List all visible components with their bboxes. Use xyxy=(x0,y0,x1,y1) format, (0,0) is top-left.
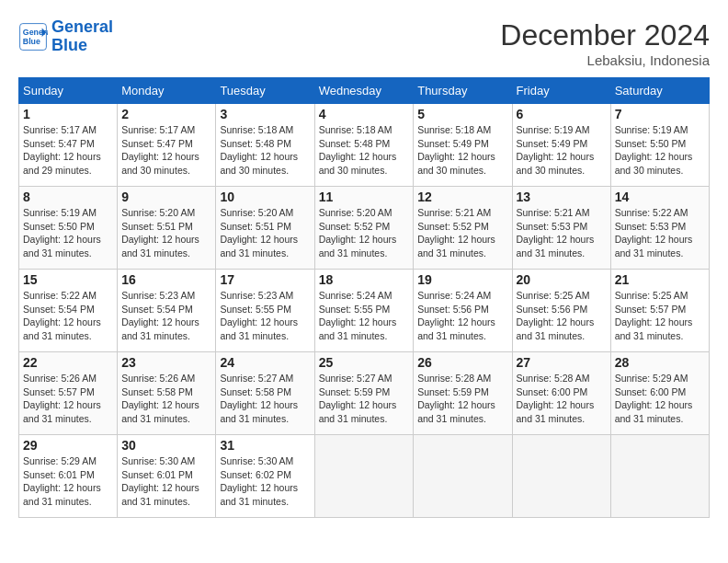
day-info: Sunrise: 5:23 AM Sunset: 5:55 PM Dayligh… xyxy=(220,289,310,343)
logo-text: General Blue xyxy=(51,18,113,55)
page-header: General Blue General Blue December 2024 … xyxy=(18,18,710,68)
calendar-cell: 4Sunrise: 5:18 AM Sunset: 5:48 PM Daylig… xyxy=(314,104,414,187)
day-header-wednesday: Wednesday xyxy=(314,78,414,104)
day-info: Sunrise: 5:21 AM Sunset: 5:52 PM Dayligh… xyxy=(417,206,507,260)
day-number: 22 xyxy=(23,355,113,370)
calendar-cell: 2Sunrise: 5:17 AM Sunset: 5:47 PM Daylig… xyxy=(118,104,216,187)
day-number: 20 xyxy=(517,272,607,287)
calendar-cell: 5Sunrise: 5:18 AM Sunset: 5:49 PM Daylig… xyxy=(414,104,512,187)
day-info: Sunrise: 5:30 AM Sunset: 6:02 PM Dayligh… xyxy=(220,454,310,509)
calendar-cell: 26Sunrise: 5:28 AM Sunset: 5:59 PM Dayli… xyxy=(414,352,512,435)
month-title: December 2024 xyxy=(500,18,710,52)
day-info: Sunrise: 5:18 AM Sunset: 5:48 PM Dayligh… xyxy=(220,123,310,178)
day-number: 25 xyxy=(319,355,410,370)
calendar: SundayMondayTuesdayWednesdayThursdayFrid… xyxy=(18,77,710,518)
day-info: Sunrise: 5:26 AM Sunset: 5:58 PM Dayligh… xyxy=(121,372,211,426)
day-info: Sunrise: 5:27 AM Sunset: 5:58 PM Dayligh… xyxy=(220,372,310,426)
day-number: 24 xyxy=(220,355,310,370)
day-number: 27 xyxy=(517,355,607,370)
day-info: Sunrise: 5:17 AM Sunset: 5:47 PM Dayligh… xyxy=(23,123,113,178)
day-info: Sunrise: 5:27 AM Sunset: 5:59 PM Dayligh… xyxy=(319,372,410,426)
calendar-cell: 28Sunrise: 5:29 AM Sunset: 6:00 PM Dayli… xyxy=(610,352,709,435)
day-info: Sunrise: 5:26 AM Sunset: 5:57 PM Dayligh… xyxy=(23,372,113,426)
calendar-cell: 11Sunrise: 5:20 AM Sunset: 5:52 PM Dayli… xyxy=(314,187,414,270)
calendar-cell: 6Sunrise: 5:19 AM Sunset: 5:49 PM Daylig… xyxy=(512,104,610,187)
day-number: 29 xyxy=(23,438,113,453)
day-header-monday: Monday xyxy=(118,78,216,104)
day-header-tuesday: Tuesday xyxy=(216,78,314,104)
day-number: 18 xyxy=(319,272,410,287)
logo-line2: Blue xyxy=(51,36,87,54)
day-info: Sunrise: 5:30 AM Sunset: 6:01 PM Dayligh… xyxy=(121,454,211,509)
day-header-friday: Friday xyxy=(512,78,610,104)
day-number: 31 xyxy=(220,438,310,453)
day-number: 2 xyxy=(121,107,211,121)
day-number: 28 xyxy=(615,355,705,370)
calendar-cell: 14Sunrise: 5:22 AM Sunset: 5:53 PM Dayli… xyxy=(610,187,709,270)
day-header-sunday: Sunday xyxy=(19,78,118,104)
day-info: Sunrise: 5:28 AM Sunset: 6:00 PM Dayligh… xyxy=(517,372,607,426)
day-info: Sunrise: 5:29 AM Sunset: 6:01 PM Dayligh… xyxy=(23,454,113,509)
calendar-cell: 30Sunrise: 5:30 AM Sunset: 6:01 PM Dayli… xyxy=(118,435,216,518)
calendar-cell: 23Sunrise: 5:26 AM Sunset: 5:58 PM Dayli… xyxy=(118,352,216,435)
day-number: 11 xyxy=(319,190,410,204)
calendar-cell: 21Sunrise: 5:25 AM Sunset: 5:57 PM Dayli… xyxy=(610,270,709,352)
calendar-week-4: 22Sunrise: 5:26 AM Sunset: 5:57 PM Dayli… xyxy=(19,352,710,435)
day-number: 12 xyxy=(417,190,507,204)
day-info: Sunrise: 5:20 AM Sunset: 5:52 PM Dayligh… xyxy=(319,206,410,260)
day-number: 10 xyxy=(220,190,310,204)
calendar-cell xyxy=(610,435,709,518)
calendar-cell: 25Sunrise: 5:27 AM Sunset: 5:59 PM Dayli… xyxy=(314,352,414,435)
calendar-cell: 9Sunrise: 5:20 AM Sunset: 5:51 PM Daylig… xyxy=(118,187,216,270)
day-info: Sunrise: 5:18 AM Sunset: 5:49 PM Dayligh… xyxy=(417,123,507,178)
day-number: 17 xyxy=(220,272,310,287)
calendar-cell: 17Sunrise: 5:23 AM Sunset: 5:55 PM Dayli… xyxy=(216,270,314,352)
calendar-week-5: 29Sunrise: 5:29 AM Sunset: 6:01 PM Dayli… xyxy=(19,435,710,518)
day-info: Sunrise: 5:20 AM Sunset: 5:51 PM Dayligh… xyxy=(121,206,211,260)
logo-icon: General Blue xyxy=(18,22,48,52)
calendar-cell: 7Sunrise: 5:19 AM Sunset: 5:50 PM Daylig… xyxy=(610,104,709,187)
calendar-cell: 10Sunrise: 5:20 AM Sunset: 5:51 PM Dayli… xyxy=(216,187,314,270)
calendar-cell: 22Sunrise: 5:26 AM Sunset: 5:57 PM Dayli… xyxy=(19,352,118,435)
day-number: 26 xyxy=(417,355,507,370)
day-info: Sunrise: 5:25 AM Sunset: 5:56 PM Dayligh… xyxy=(517,289,607,343)
day-number: 15 xyxy=(23,272,113,287)
day-number: 13 xyxy=(517,190,607,204)
day-info: Sunrise: 5:28 AM Sunset: 5:59 PM Dayligh… xyxy=(417,372,507,426)
day-number: 1 xyxy=(23,107,113,121)
day-info: Sunrise: 5:18 AM Sunset: 5:48 PM Dayligh… xyxy=(319,123,410,178)
logo-line1: General xyxy=(51,17,113,36)
day-number: 8 xyxy=(23,190,113,204)
day-info: Sunrise: 5:24 AM Sunset: 5:56 PM Dayligh… xyxy=(417,289,507,343)
calendar-week-2: 8Sunrise: 5:19 AM Sunset: 5:50 PM Daylig… xyxy=(19,187,710,270)
location: Lebaksiu, Indonesia xyxy=(500,52,710,68)
day-info: Sunrise: 5:19 AM Sunset: 5:49 PM Dayligh… xyxy=(517,123,607,178)
day-info: Sunrise: 5:25 AM Sunset: 5:57 PM Dayligh… xyxy=(615,289,705,343)
day-number: 5 xyxy=(417,107,507,121)
day-header-thursday: Thursday xyxy=(414,78,512,104)
calendar-cell: 20Sunrise: 5:25 AM Sunset: 5:56 PM Dayli… xyxy=(512,270,610,352)
day-number: 9 xyxy=(121,190,211,204)
calendar-cell xyxy=(314,435,414,518)
day-info: Sunrise: 5:19 AM Sunset: 5:50 PM Dayligh… xyxy=(23,206,113,260)
day-info: Sunrise: 5:19 AM Sunset: 5:50 PM Dayligh… xyxy=(615,123,705,178)
day-number: 30 xyxy=(121,438,211,453)
calendar-cell: 27Sunrise: 5:28 AM Sunset: 6:00 PM Dayli… xyxy=(512,352,610,435)
calendar-cell: 19Sunrise: 5:24 AM Sunset: 5:56 PM Dayli… xyxy=(414,270,512,352)
day-info: Sunrise: 5:29 AM Sunset: 6:00 PM Dayligh… xyxy=(615,372,705,426)
day-header-saturday: Saturday xyxy=(610,78,709,104)
calendar-cell: 3Sunrise: 5:18 AM Sunset: 5:48 PM Daylig… xyxy=(216,104,314,187)
day-number: 6 xyxy=(517,107,607,121)
day-info: Sunrise: 5:23 AM Sunset: 5:54 PM Dayligh… xyxy=(121,289,211,343)
day-number: 7 xyxy=(615,107,705,121)
svg-text:Blue: Blue xyxy=(23,37,40,46)
day-number: 21 xyxy=(615,272,705,287)
logo: General Blue General Blue xyxy=(18,18,113,55)
day-number: 23 xyxy=(121,355,211,370)
day-info: Sunrise: 5:22 AM Sunset: 5:54 PM Dayligh… xyxy=(23,289,113,343)
calendar-cell xyxy=(512,435,610,518)
calendar-cell: 18Sunrise: 5:24 AM Sunset: 5:55 PM Dayli… xyxy=(314,270,414,352)
calendar-cell: 15Sunrise: 5:22 AM Sunset: 5:54 PM Dayli… xyxy=(19,270,118,352)
day-number: 16 xyxy=(121,272,211,287)
calendar-cell: 31Sunrise: 5:30 AM Sunset: 6:02 PM Dayli… xyxy=(216,435,314,518)
